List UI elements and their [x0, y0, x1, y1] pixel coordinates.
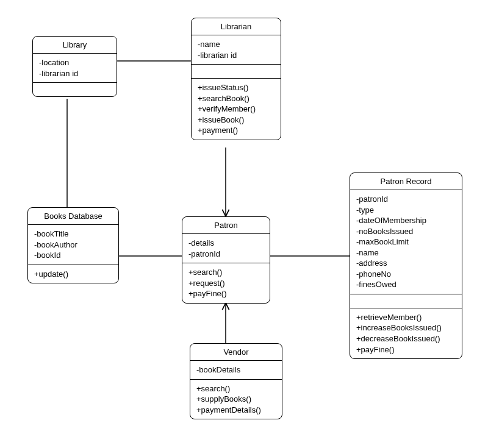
op: +verifyMember(): [198, 104, 274, 115]
attr: -location: [39, 57, 110, 68]
attr: -bookAuthor: [34, 240, 112, 251]
class-library: Library -location -librarian id: [32, 36, 117, 97]
attr: -name: [356, 247, 456, 258]
attr: -noBooksIssued: [356, 226, 456, 237]
class-title: Patron Record: [350, 173, 462, 190]
attr: -dateOfMembership: [356, 215, 456, 226]
class-attributes: -location -librarian id: [33, 54, 117, 83]
class-patron: Patron -details -patronId +search() +req…: [182, 216, 270, 304]
op: +increaseBooksIssued(): [356, 322, 456, 333]
op: +searchBook(): [198, 93, 274, 104]
class-spacer: [350, 294, 462, 308]
attr: -patronId: [356, 194, 456, 205]
op: +payFine(): [356, 344, 456, 355]
op: +paymentDetails(): [196, 405, 276, 416]
class-title: Library: [33, 37, 117, 54]
attr: -details: [188, 238, 264, 249]
class-operations: [33, 83, 117, 96]
op: +request(): [188, 278, 264, 289]
class-vendor: Vendor -bookDetails +search() +supplyBoo…: [190, 343, 282, 419]
class-operations: +retrieveMember() +increaseBooksIssued()…: [350, 308, 462, 358]
attr: -bookId: [34, 250, 112, 261]
class-operations: +update(): [28, 265, 118, 283]
class-attributes: -patronId -type -dateOfMembership -noBoo…: [350, 190, 462, 294]
op: +payment(): [198, 125, 274, 136]
attr: -bookTitle: [34, 229, 112, 240]
class-booksdb: Books Database -bookTitle -bookAuthor -b…: [27, 207, 119, 283]
op: +retrieveMember(): [356, 312, 456, 323]
attr: -maxBookLimit: [356, 236, 456, 247]
attr: -patronId: [188, 249, 264, 260]
attr: -name: [198, 39, 274, 50]
op: +search(): [196, 383, 276, 394]
class-attributes: -name -librarian id: [192, 35, 281, 65]
attr: -type: [356, 205, 456, 216]
class-spacer: [192, 65, 281, 79]
op: +update(): [34, 269, 112, 280]
op: +search(): [188, 267, 264, 278]
class-title: Librarian: [192, 18, 281, 35]
attr: -address: [356, 258, 456, 269]
class-patronrecord: Patron Record -patronId -type -dateOfMem…: [350, 172, 462, 359]
class-attributes: -details -patronId: [182, 234, 270, 263]
op: +issueBook(): [198, 115, 274, 126]
class-librarian: Librarian -name -librarian id +issueStat…: [191, 18, 281, 140]
op: +issueStatus(): [198, 82, 274, 93]
class-title: Books Database: [28, 208, 118, 225]
class-operations: +search() +request() +payFine(): [182, 263, 270, 303]
attr: -bookDetails: [196, 364, 276, 375]
op: +decreaseBookIssued(): [356, 333, 456, 344]
class-operations: +issueStatus() +searchBook() +verifyMemb…: [192, 79, 281, 140]
class-title: Patron: [182, 217, 270, 234]
attr: -finesOwed: [356, 279, 456, 290]
attr: -librarian id: [198, 50, 274, 61]
attr: -phoneNo: [356, 269, 456, 280]
op: +payFine(): [188, 288, 264, 299]
class-attributes: -bookTitle -bookAuthor -bookId: [28, 225, 118, 265]
op: +supplyBooks(): [196, 394, 276, 405]
class-attributes: -bookDetails: [190, 361, 282, 380]
attr: -librarian id: [39, 68, 110, 79]
class-title: Vendor: [190, 344, 282, 361]
class-operations: +search() +supplyBooks() +paymentDetails…: [190, 380, 282, 419]
